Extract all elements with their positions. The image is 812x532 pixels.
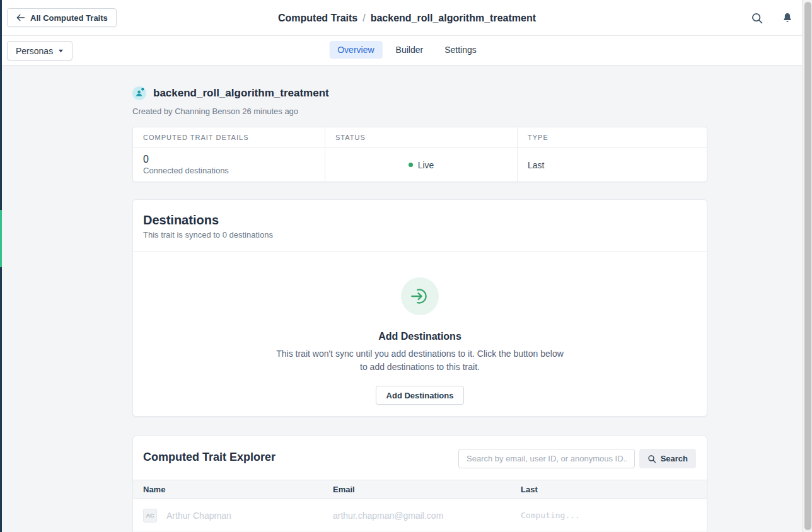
computed-trait-icon: [132, 86, 146, 100]
table-row[interactable]: AC Arthur Chapman arthur.chapman@gmail.c…: [133, 499, 707, 531]
details-header-status: STATUS: [325, 127, 518, 147]
column-header-email: Email: [323, 480, 511, 499]
status-cell: Live: [325, 148, 518, 182]
destinations-subtitle: This trait is synced to 0 destinations: [143, 230, 697, 240]
computed-trait-explorer-card: Computed Trait Explorer Search Name Emai…: [132, 436, 707, 532]
trait-details-table: COMPUTED TRAIT DETAILS STATUS TYPE 0 Con…: [132, 127, 707, 182]
notifications-bell-icon[interactable]: [782, 12, 793, 24]
sub-header: Personas Overview Builder Settings: [2, 36, 812, 66]
column-header-name: Name: [133, 480, 323, 499]
destinations-title: Destinations: [143, 213, 697, 228]
empty-state-description: This trait won't sync until you add dest…: [275, 347, 565, 374]
status-badge: Live: [418, 160, 434, 170]
destinations-card-header: Destinations This trait is synced to 0 d…: [133, 200, 707, 240]
top-header: All Computed Traits Computed Traits / ba…: [2, 0, 812, 36]
add-destination-arrow-icon: [409, 286, 431, 307]
explorer-title: Computed Trait Explorer: [143, 451, 276, 464]
details-value-row: 0 Connected destinations Live Last: [133, 148, 707, 182]
search-icon[interactable]: [751, 12, 763, 25]
user-name-cell: AC Arthur Chapman: [133, 499, 323, 531]
personas-dropdown[interactable]: Personas: [7, 41, 72, 61]
tab-builder[interactable]: Builder: [388, 41, 432, 59]
column-header-last: Last: [511, 480, 707, 499]
user-name: Arthur Chapman: [166, 511, 231, 521]
back-button[interactable]: All Computed Traits: [7, 8, 117, 27]
empty-state-title: Add Destinations: [133, 331, 707, 342]
destinations-card: Destinations This trait is synced to 0 d…: [132, 199, 707, 417]
details-header-row: COMPUTED TRAIT DETAILS STATUS TYPE: [133, 127, 707, 148]
connected-destinations-cell: 0 Connected destinations: [133, 148, 325, 182]
collapsed-sidebar[interactable]: [0, 0, 2, 532]
search-icon: [647, 454, 656, 463]
explorer-search-input[interactable]: [458, 449, 635, 468]
computed-trait-page: All Computed Traits Computed Traits / ba…: [0, 0, 812, 532]
empty-state-icon-circle: [401, 277, 439, 315]
tab-overview[interactable]: Overview: [329, 41, 382, 59]
personas-dropdown-label: Personas: [16, 46, 53, 56]
type-value: Last: [528, 160, 697, 170]
user-last-cell: Computing...: [511, 499, 707, 531]
scrollbar-thumb[interactable]: [804, 2, 811, 530]
explorer-search-button[interactable]: Search: [639, 449, 696, 468]
tab-settings[interactable]: Settings: [436, 41, 485, 59]
destinations-empty-state: Add Destinations This trait won't sync u…: [133, 277, 707, 405]
trait-title-row: backend_roll_algorithm_treatment: [132, 86, 329, 100]
connected-destinations-count: 0: [143, 154, 315, 165]
page-title: backend_roll_algorithm_treatment: [153, 87, 329, 100]
user-email-cell: arthur.chapman@gmail.com: [323, 499, 511, 531]
trait-tabs: Overview Builder Settings: [329, 41, 485, 59]
breadcrumb-separator: /: [362, 13, 365, 24]
live-status-dot: [409, 163, 413, 167]
arrow-left-icon: [16, 13, 25, 22]
details-header-type: TYPE: [518, 127, 707, 147]
sidebar-active-indicator: [0, 210, 2, 267]
divider: [133, 251, 707, 252]
details-header-details: COMPUTED TRAIT DETAILS: [133, 127, 325, 147]
explorer-table-body: AC Arthur Chapman arthur.chapman@gmail.c…: [133, 499, 707, 531]
breadcrumb: Computed Traits / backend_roll_algorithm…: [278, 0, 536, 36]
type-cell: Last: [518, 148, 707, 182]
header-actions: [751, 0, 793, 36]
explorer-search-button-label: Search: [661, 454, 688, 463]
explorer-table-header: Name Email Last: [133, 480, 707, 499]
explorer-table: Name Email Last AC Arthur Chapman arthur…: [133, 480, 707, 531]
avatar: AC: [143, 509, 157, 523]
breadcrumb-parent[interactable]: Computed Traits: [278, 13, 357, 24]
connected-destinations-label: Connected destinations: [143, 165, 315, 176]
back-button-label: All Computed Traits: [30, 13, 108, 23]
vertical-scrollbar[interactable]: [802, 0, 812, 532]
user-email: arthur.chapman@gmail.com: [333, 511, 443, 521]
chevron-down-icon: [58, 49, 64, 53]
computing-status: Computing...: [521, 511, 580, 520]
breadcrumb-current: backend_roll_algorithm_treatment: [371, 13, 536, 24]
add-destinations-button[interactable]: Add Destinations: [376, 386, 465, 405]
created-by-text: Created by Channing Benson 26 minutes ag…: [132, 107, 298, 116]
